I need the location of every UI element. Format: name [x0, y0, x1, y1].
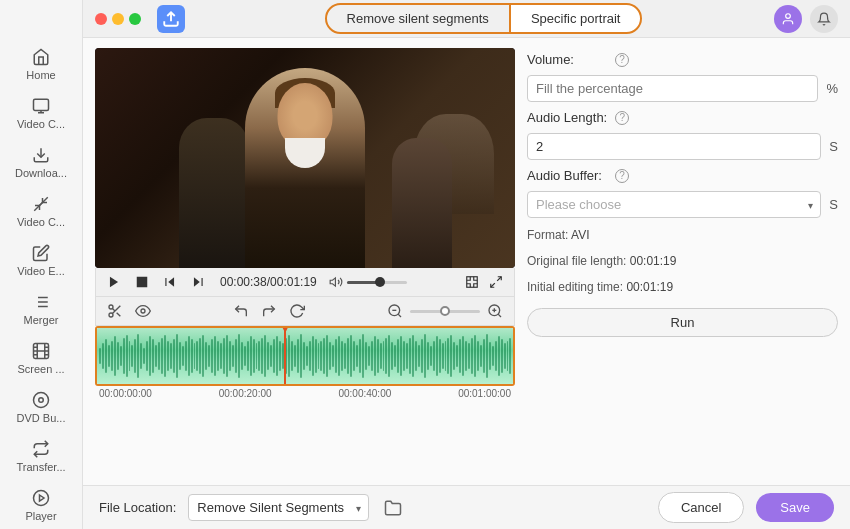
audio-buffer-row: Audio Buffer: ? — [527, 168, 838, 183]
zoom-in-button[interactable] — [484, 301, 506, 321]
initial-time-label: Initial editing time: — [527, 280, 623, 294]
video-figure-main — [245, 68, 365, 268]
svg-point-41 — [109, 305, 113, 309]
save-button[interactable]: Save — [756, 493, 834, 522]
svg-rect-0 — [34, 99, 49, 110]
sidebar: Home Video C... Downloa... Video C... Vi… — [0, 0, 83, 529]
volume-control — [329, 275, 407, 289]
notification-icon[interactable] — [810, 5, 838, 33]
video-figure-left — [179, 118, 249, 268]
tab-specific-portrait[interactable]: Specific portrait — [510, 3, 643, 34]
volume-input[interactable] — [527, 75, 818, 102]
volume-input-row: % — [527, 75, 838, 102]
titlebar: Remove silent segments Specific portrait — [83, 0, 850, 38]
tab-remove-silent[interactable]: Remove silent segments — [325, 3, 510, 34]
svg-line-44 — [117, 313, 121, 317]
zoom-out-button[interactable] — [384, 301, 406, 321]
svg-marker-33 — [168, 277, 174, 286]
fit-screen-button[interactable] — [462, 273, 482, 291]
edit-toolbar — [95, 297, 515, 326]
audio-buffer-help-icon[interactable]: ? — [615, 169, 629, 183]
sidebar-item-video-editor[interactable]: Video E... — [0, 236, 82, 285]
svg-rect-32 — [137, 277, 148, 288]
app-logo — [157, 5, 185, 33]
cancel-button[interactable]: Cancel — [658, 492, 744, 523]
traffic-lights — [95, 13, 141, 25]
scissors-button[interactable] — [104, 301, 126, 321]
volume-suffix: % — [826, 81, 838, 96]
video-panel: 00:00:38/00:01:19 — [95, 48, 515, 475]
refresh-button[interactable] — [286, 301, 308, 321]
original-length-line: Original file length: 00:01:19 — [527, 254, 838, 268]
playhead[interactable] — [284, 326, 286, 384]
svg-marker-31 — [110, 277, 118, 288]
sidebar-item-merger[interactable]: Merger — [0, 285, 82, 334]
redo-button[interactable] — [258, 301, 280, 321]
run-button[interactable]: Run — [527, 308, 838, 337]
volume-label: Volume: — [527, 52, 607, 67]
volume-help-icon[interactable]: ? — [615, 53, 629, 67]
initial-time-value: 00:01:19 — [626, 280, 673, 294]
zoom-control — [384, 301, 506, 321]
fullscreen-button[interactable] — [486, 273, 506, 291]
eye-button[interactable] — [132, 301, 154, 321]
waveform — [97, 328, 513, 384]
sidebar-item-transfer[interactable]: Transfer... — [0, 432, 82, 481]
audio-length-input[interactable] — [527, 133, 821, 160]
video-figure-right — [392, 138, 452, 268]
content-area: 00:00:38/00:01:19 — [83, 38, 850, 485]
sidebar-label-home: Home — [26, 69, 55, 81]
video-scene — [95, 48, 515, 268]
timestamp-1: 00:00:20:00 — [219, 388, 272, 399]
audio-length-label: Audio Length: — [527, 110, 607, 125]
timeline[interactable] — [95, 326, 515, 386]
file-location-select[interactable]: Remove Silent Segments — [188, 494, 369, 521]
next-frame-button[interactable] — [188, 273, 208, 291]
sidebar-item-player[interactable]: Player — [0, 481, 82, 529]
timestamp-2: 00:00:40:00 — [338, 388, 391, 399]
maximize-button[interactable] — [129, 13, 141, 25]
svg-line-48 — [398, 314, 401, 317]
sidebar-label-video-e: Video E... — [17, 265, 65, 277]
undo-button[interactable] — [230, 301, 252, 321]
sidebar-label-merger: Merger — [24, 314, 59, 326]
time-display: 00:00:38/00:01:19 — [220, 275, 317, 289]
sidebar-item-downloader[interactable]: Downloa... — [0, 138, 82, 187]
timestamp-3: 00:01:00:00 — [458, 388, 511, 399]
prev-frame-button[interactable] — [160, 273, 180, 291]
audio-length-suffix: S — [829, 139, 838, 154]
audio-buffer-suffix: S — [829, 197, 838, 212]
original-length-value: 00:01:19 — [630, 254, 677, 268]
audio-length-input-row: S — [527, 133, 838, 160]
sidebar-item-dvd-burner[interactable]: DVD Bu... — [0, 383, 82, 432]
sidebar-label-video-c1: Video C... — [17, 118, 65, 130]
sidebar-label-player: Player — [25, 510, 56, 522]
svg-line-45 — [112, 308, 115, 311]
video-preview — [95, 48, 515, 268]
audio-buffer-select[interactable]: Please choose — [527, 191, 821, 218]
audio-length-help-icon[interactable]: ? — [615, 111, 629, 125]
sidebar-label-video-c2: Video C... — [17, 216, 65, 228]
volume-slider-track[interactable] — [347, 281, 407, 284]
svg-rect-38 — [467, 277, 478, 288]
svg-point-30 — [786, 13, 791, 18]
resize-icons — [462, 273, 506, 291]
close-button[interactable] — [95, 13, 107, 25]
browse-folder-button[interactable] — [381, 496, 405, 520]
play-button[interactable] — [104, 273, 124, 291]
zoom-slider-track[interactable] — [410, 310, 480, 313]
svg-line-51 — [498, 314, 501, 317]
sidebar-item-video-compressor[interactable]: Video C... — [0, 187, 82, 236]
svg-line-40 — [491, 283, 495, 287]
format-value: AVI — [571, 228, 589, 242]
svg-marker-35 — [194, 277, 200, 286]
sidebar-item-video-converter[interactable]: Video C... — [0, 89, 82, 138]
initial-time-line: Initial editing time: 00:01:19 — [527, 280, 838, 294]
sidebar-item-screen-recorder[interactable]: Screen ... — [0, 334, 82, 383]
svg-point-42 — [109, 313, 113, 317]
stop-button[interactable] — [132, 273, 152, 291]
sidebar-label-dvd: DVD Bu... — [17, 412, 66, 424]
avatar[interactable] — [774, 5, 802, 33]
minimize-button[interactable] — [112, 13, 124, 25]
sidebar-item-home[interactable]: Home — [0, 40, 82, 89]
